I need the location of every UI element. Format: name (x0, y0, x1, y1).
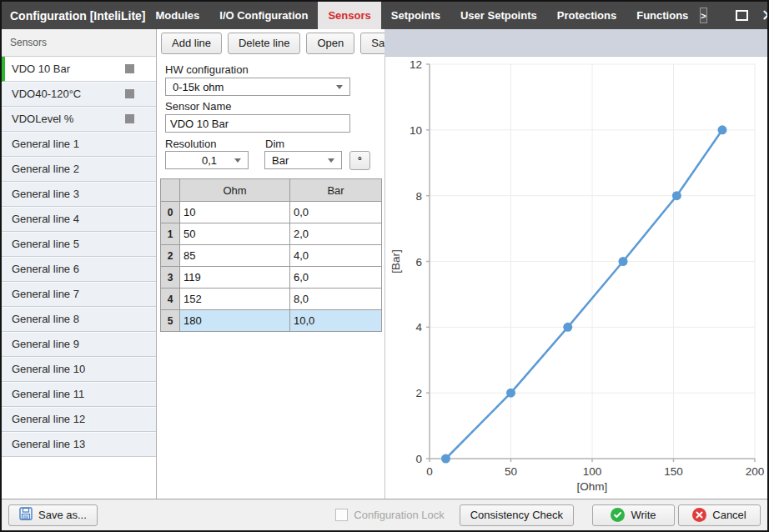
tab-i-o-configuration[interactable]: I/O Configuration (209, 2, 318, 29)
row-index: 5 (161, 310, 180, 332)
sidebar-item-general-line-12[interactable]: General line 12 (2, 407, 156, 432)
tab-protections[interactable]: Protections (547, 2, 627, 29)
maximize-icon[interactable] (736, 10, 748, 21)
sidebar-item-general-line-10[interactable]: General line 10 (2, 357, 156, 382)
consistency-check-button[interactable]: Consistency Check (460, 504, 574, 526)
sidebar-item-label: VDOLevel % (12, 113, 73, 125)
sidebar-item-general-line-7[interactable]: General line 7 (2, 282, 156, 307)
tab-overflow-button[interactable]: > (700, 8, 706, 23)
sidebar-item-general-line-5[interactable]: General line 5 (2, 232, 156, 257)
data-point (672, 191, 681, 200)
row-index: 2 (161, 245, 180, 267)
sidebar-item-general-line-9[interactable]: General line 9 (2, 332, 156, 357)
row-index: 4 (161, 289, 180, 310)
sidebar-item-label: VDO 10 Bar (12, 63, 70, 75)
table-cell[interactable]: 10,0 (290, 310, 382, 332)
svg-text:200: 200 (746, 465, 765, 478)
sidebar-item-label: General line 13 (12, 438, 85, 450)
sidebar-item-label: General line 7 (12, 288, 79, 300)
save-as-button[interactable]: Save as... (8, 504, 98, 526)
sidebar-item-vdo-10-bar[interactable]: VDO 10 Bar (2, 57, 156, 82)
svg-text:150: 150 (664, 465, 683, 478)
table-cell[interactable]: 6,0 (290, 267, 382, 289)
svg-text:50: 50 (505, 465, 517, 478)
table-row: 1502,0 (161, 223, 382, 245)
tab-sensors[interactable]: Sensors (318, 2, 380, 29)
write-label: Write (631, 509, 656, 521)
status-square-icon (125, 89, 134, 98)
sidebar-item-label: VDO40-120°C (12, 88, 81, 100)
degree-icon: ° (358, 155, 362, 167)
svg-text:[Ohm]: [Ohm] (577, 480, 608, 493)
resolution-select[interactable]: 0,1 (165, 151, 249, 169)
table-cell[interactable]: 2,0 (290, 223, 382, 245)
degree-symbol-button[interactable]: ° (349, 151, 370, 170)
row-index: 3 (161, 267, 180, 289)
sidebar-item-general-line-1[interactable]: General line 1 (2, 132, 156, 157)
svg-text:0: 0 (426, 465, 433, 478)
row-index: 1 (161, 223, 180, 245)
svg-text:10: 10 (410, 124, 422, 137)
dim-value: Bar (272, 154, 289, 167)
sidebar-item-general-line-4[interactable]: General line 4 (2, 207, 156, 232)
consistency-check-label: Consistency Check (470, 509, 563, 521)
configuration-lock-control: Configuration Lock (335, 509, 444, 521)
table-row: 2854,0 (161, 245, 382, 267)
table-cell[interactable]: 50 (180, 223, 290, 245)
svg-text:0: 0 (415, 453, 422, 465)
save-as-label: Save as... (38, 509, 87, 521)
resolution-label: Resolution (165, 138, 216, 150)
configuration-lock-checkbox[interactable] (335, 509, 348, 521)
sidebar-item-label: General line 1 (12, 138, 79, 150)
sidebar-item-general-line-3[interactable]: General line 3 (2, 182, 156, 207)
sensor-name-input[interactable] (165, 114, 350, 133)
sidebar-item-vdolevel[interactable]: VDOLevel % (2, 107, 156, 132)
svg-text:100: 100 (583, 465, 602, 478)
column-header-ohm: Ohm (180, 179, 290, 202)
column-header-bar: Bar (290, 179, 382, 202)
write-button[interactable]: Write (592, 504, 675, 526)
dim-select[interactable]: Bar (264, 151, 342, 169)
sidebar-item-label: General line 3 (12, 188, 79, 200)
table-cell[interactable]: 119 (180, 267, 290, 289)
add-line-button[interactable]: Add line (161, 33, 222, 54)
sidebar-item-general-line-11[interactable]: General line 11 (2, 382, 156, 407)
sidebar-item-general-line-2[interactable]: General line 2 (2, 157, 156, 182)
tab-user-setpoints[interactable]: User Setpoints (450, 2, 547, 29)
table-cell[interactable]: 85 (180, 245, 290, 267)
data-point (718, 125, 727, 134)
sensor-form-panel: HW configuration 0-15k ohm Sensor Name R… (157, 57, 384, 499)
sensor-name-label: Sensor Name (165, 100, 231, 113)
main-area: VDO 10 BarVDO40-120°CVDOLevel %General l… (2, 57, 767, 499)
footer-bar: Save as... Configuration Lock Consistenc… (2, 499, 767, 530)
hw-configuration-select[interactable]: 0-15k ohm (165, 78, 350, 96)
tab-functions[interactable]: Functions (626, 2, 698, 29)
open-button[interactable]: Open (306, 33, 354, 54)
sidebar-item-vdo40-120-c[interactable]: VDO40-120°C (2, 82, 156, 107)
tab-modules[interactable]: Modules (146, 2, 210, 29)
sensor-curve-chart: 024681012050100150200[Ohm][Bar] (385, 57, 767, 499)
x-circle-icon (692, 508, 706, 522)
table-cell[interactable]: 8,0 (290, 289, 382, 310)
svg-text:6: 6 (415, 256, 422, 269)
row-index: 0 (161, 202, 180, 223)
table-cell[interactable]: 180 (180, 310, 290, 332)
delete-line-button[interactable]: Delete line (228, 33, 300, 54)
table-cell[interactable]: 152 (180, 289, 290, 310)
sidebar-item-label: General line 10 (12, 363, 85, 375)
svg-text:2: 2 (415, 387, 422, 399)
chevron-down-icon (336, 85, 343, 89)
table-cell[interactable]: 10 (180, 202, 290, 223)
sidebar-item-general-line-13[interactable]: General line 13 (2, 432, 156, 457)
sidebar-item-general-line-8[interactable]: General line 8 (2, 307, 156, 332)
sidebar-item-label: General line 12 (12, 413, 85, 425)
cancel-button[interactable]: Cancel (678, 504, 761, 526)
tab-setpoints[interactable]: Setpoints (381, 2, 450, 29)
resolution-value: 0,1 (190, 154, 217, 167)
table-cell[interactable]: 0,0 (290, 202, 382, 223)
table-cell[interactable]: 4,0 (290, 245, 382, 267)
sidebar-item-general-line-6[interactable]: General line 6 (2, 257, 156, 282)
status-square-icon (125, 114, 134, 123)
close-icon[interactable]: ✕ (761, 8, 769, 23)
data-point (506, 389, 515, 398)
